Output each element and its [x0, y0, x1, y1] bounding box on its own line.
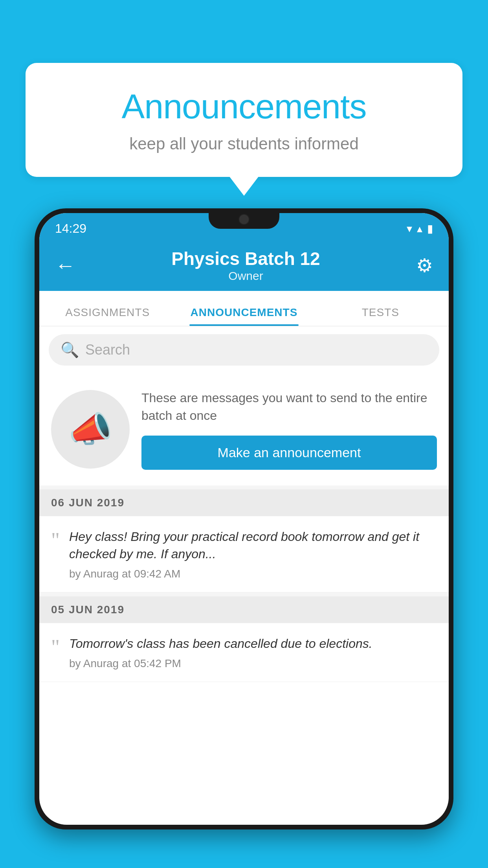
content-area: 🔍 Search 📣 These are messages you want t… — [39, 326, 449, 682]
promo-card: 📣 These are messages you want to send to… — [39, 373, 449, 485]
header-subtitle: Owner — [171, 269, 320, 283]
tab-assignments[interactable]: ASSIGNMENTS — [39, 306, 176, 326]
phone-container: 14:29 ▾ ▴ ▮ ← Physics Batch 12 Owner ⚙ A… — [35, 208, 453, 868]
app-header: ← Physics Batch 12 Owner ⚙ — [39, 240, 449, 291]
quote-icon-1: " — [51, 530, 60, 551]
date-section-2: 05 JUN 2019 — [39, 596, 449, 623]
speech-bubble: Announcements keep all your students inf… — [26, 63, 462, 177]
settings-icon[interactable]: ⚙ — [416, 254, 433, 276]
phone-frame: 14:29 ▾ ▴ ▮ ← Physics Batch 12 Owner ⚙ A… — [35, 208, 453, 829]
header-title: Physics Batch 12 — [171, 248, 320, 269]
status-icons: ▾ ▴ ▮ — [407, 222, 433, 235]
tabs-bar: ASSIGNMENTS ANNOUNCEMENTS TESTS — [39, 291, 449, 326]
status-time: 14:29 — [55, 221, 86, 236]
tab-announcements[interactable]: ANNOUNCEMENTS — [176, 306, 312, 326]
announcement-meta-2: by Anurag at 05:42 PM — [69, 657, 437, 670]
announcement-text-1: Hey class! Bring your practical record b… — [69, 528, 437, 563]
phone-camera — [238, 214, 250, 225]
search-box[interactable]: 🔍 Search — [49, 334, 439, 366]
phone-screen: 14:29 ▾ ▴ ▮ ← Physics Batch 12 Owner ⚙ A… — [39, 213, 449, 825]
bubble-subtitle: keep all your students informed — [57, 134, 431, 153]
megaphone-icon: 📣 — [68, 409, 112, 450]
announcement-content-1: Hey class! Bring your practical record b… — [69, 528, 437, 581]
tab-tests[interactable]: TESTS — [312, 306, 449, 326]
announcement-meta-1: by Anurag at 09:42 AM — [69, 568, 437, 580]
announcement-text-2: Tomorrow's class has been cancelled due … — [69, 635, 437, 653]
header-center: Physics Batch 12 Owner — [171, 248, 320, 283]
back-button[interactable]: ← — [55, 254, 75, 277]
announcement-item-2: " Tomorrow's class has been cancelled du… — [39, 623, 449, 682]
announcement-item-1: " Hey class! Bring your practical record… — [39, 516, 449, 593]
promo-description: These are messages you want to send to t… — [141, 389, 437, 425]
date-section-1: 06 JUN 2019 — [39, 489, 449, 516]
search-icon: 🔍 — [61, 341, 79, 359]
promo-icon-circle: 📣 — [51, 390, 130, 469]
promo-right: These are messages you want to send to t… — [141, 389, 437, 470]
search-placeholder: Search — [85, 342, 130, 358]
wifi-icon: ▾ — [407, 222, 412, 235]
speech-bubble-container: Announcements keep all your students inf… — [26, 63, 462, 177]
battery-icon: ▮ — [427, 222, 433, 235]
announcement-content-2: Tomorrow's class has been cancelled due … — [69, 635, 437, 670]
signal-icon: ▴ — [417, 222, 422, 235]
quote-icon-2: " — [51, 636, 60, 658]
bubble-title: Announcements — [57, 86, 431, 127]
search-container: 🔍 Search — [39, 326, 449, 373]
make-announcement-button[interactable]: Make an announcement — [141, 436, 437, 470]
